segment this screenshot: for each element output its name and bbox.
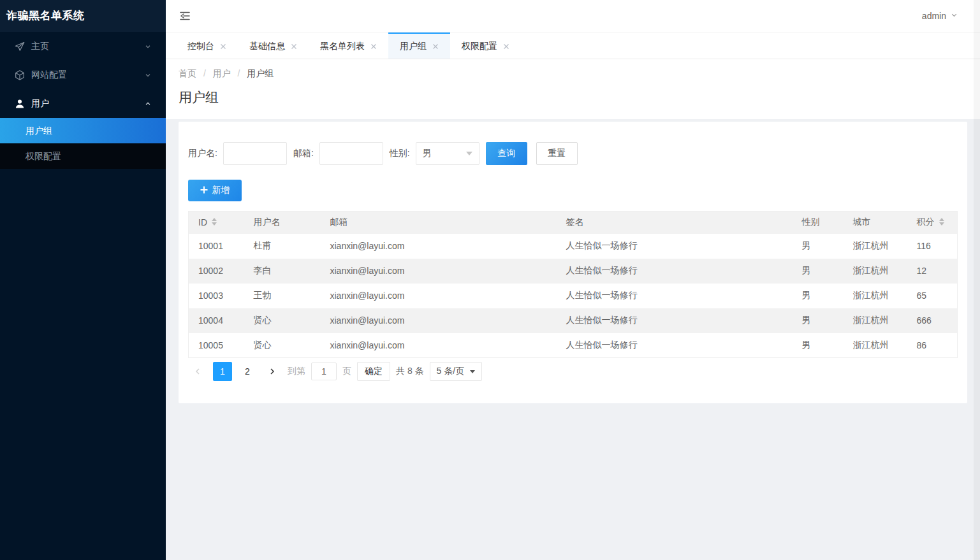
prev-page-icon[interactable] xyxy=(188,362,207,381)
cell-gender: 男 xyxy=(793,284,844,308)
page-header: 首页 / 用户 / 用户组 用户组 xyxy=(166,59,980,119)
content-area: 用户名: 邮箱: 性别: 男 查询 重置 xyxy=(166,119,980,560)
confirm-button[interactable]: 确定 xyxy=(357,362,390,381)
sidebar-item-permission-config[interactable]: 权限配置 xyxy=(0,143,166,169)
sidebar-item-user-group[interactable]: 用户组 xyxy=(0,118,166,143)
page-button-2[interactable]: 2 xyxy=(238,362,257,381)
goto-label: 到第 xyxy=(288,366,305,377)
sidebar-item-home[interactable]: 主页 xyxy=(0,32,166,61)
cell-username: 杜甫 xyxy=(244,234,321,259)
cube-icon xyxy=(14,69,26,81)
email-label: 邮箱: xyxy=(293,148,314,159)
cell-signature: 人生恰似一场修行 xyxy=(557,259,793,284)
column-header-id[interactable]: ID xyxy=(189,212,244,234)
collapse-menu-icon[interactable] xyxy=(179,10,191,22)
sidebar-item-users[interactable]: 用户 xyxy=(0,89,166,118)
username-label: 用户名: xyxy=(188,148,217,159)
cell-gender: 男 xyxy=(793,259,844,284)
tab-permission-config[interactable]: 权限配置 xyxy=(450,32,521,59)
page-unit-label: 页 xyxy=(342,366,351,377)
tab-label: 权限配置 xyxy=(462,41,497,52)
total-count: 共 8 条 xyxy=(396,366,424,377)
cell-username: 李白 xyxy=(244,259,321,284)
cell-gender: 男 xyxy=(793,333,844,358)
reset-button[interactable]: 重置 xyxy=(536,142,578,165)
cell-email: xianxin@layui.com xyxy=(321,259,557,284)
next-page-icon[interactable] xyxy=(263,362,282,381)
goto-page-input[interactable] xyxy=(311,363,337,380)
close-icon[interactable] xyxy=(220,43,226,50)
cell-id: 10003 xyxy=(189,284,244,308)
tab-label: 基础信息 xyxy=(249,41,285,52)
column-label: 积分 xyxy=(917,217,935,228)
sidebar-item-label: 用户 xyxy=(31,98,144,110)
column-header-city: 城市 xyxy=(844,212,907,234)
sort-icon[interactable] xyxy=(939,217,945,228)
caret-down-icon xyxy=(470,370,475,373)
add-button-label: 新增 xyxy=(212,185,230,196)
scrollbar-track[interactable] xyxy=(974,0,980,560)
cell-email: xianxin@layui.com xyxy=(321,234,557,259)
cell-email: xianxin@layui.com xyxy=(321,333,557,358)
app-root: 诈骗黑名单系统 主页 xyxy=(0,0,980,560)
close-icon[interactable] xyxy=(370,43,377,50)
chevron-down-icon xyxy=(144,71,152,79)
tab-label: 黑名单列表 xyxy=(320,41,365,52)
user-dropdown[interactable]: admin xyxy=(922,11,967,21)
cell-city: 浙江杭州 xyxy=(844,234,907,259)
sidebar-submenu-users: 用户组 权限配置 xyxy=(0,118,166,169)
cell-id: 10002 xyxy=(189,259,244,284)
cell-username: 贤心 xyxy=(244,308,321,333)
table-row: 10001 杜甫 xianxin@layui.com 人生恰似一场修行 男 浙江… xyxy=(189,234,958,259)
cell-gender: 男 xyxy=(793,308,844,333)
tab-blacklist[interactable]: 黑名单列表 xyxy=(309,32,388,59)
page-size-select[interactable]: 5 条/页 xyxy=(430,362,483,381)
email-input[interactable] xyxy=(319,142,383,165)
cell-points: 666 xyxy=(907,308,958,333)
page-button-1[interactable]: 1 xyxy=(213,362,232,381)
chevron-up-icon xyxy=(144,100,152,108)
cell-username: 王勃 xyxy=(244,284,321,308)
sidebar-item-site-config[interactable]: 网站配置 xyxy=(0,61,166,89)
cell-points: 12 xyxy=(907,259,958,284)
column-header-signature: 签名 xyxy=(557,212,793,234)
gender-select[interactable]: 男 xyxy=(416,142,479,165)
tab-bar: 控制台 基础信息 黑名单列表 用户组 xyxy=(166,32,980,59)
cell-signature: 人生恰似一场修行 xyxy=(557,234,793,259)
column-header-points[interactable]: 积分 xyxy=(907,212,958,234)
column-header-email: 邮箱 xyxy=(321,212,557,234)
table-row: 10003 王勃 xianxin@layui.com 人生恰似一场修行 男 浙江… xyxy=(189,284,958,308)
close-icon[interactable] xyxy=(503,43,509,50)
column-header-username: 用户名 xyxy=(244,212,321,234)
username-input[interactable] xyxy=(223,142,287,165)
cell-city: 浙江杭州 xyxy=(844,259,907,284)
tab-basic-info[interactable]: 基础信息 xyxy=(238,32,309,59)
sidebar-item-label: 网站配置 xyxy=(31,69,144,81)
cell-username: 贤心 xyxy=(244,333,321,358)
cell-signature: 人生恰似一场修行 xyxy=(557,284,793,308)
search-form: 用户名: 邮箱: 性别: 男 查询 重置 xyxy=(188,142,958,165)
search-button[interactable]: 查询 xyxy=(486,142,527,165)
cell-id: 10004 xyxy=(189,308,244,333)
sort-icon[interactable] xyxy=(211,217,217,228)
cell-city: 浙江杭州 xyxy=(844,308,907,333)
breadcrumb-separator: / xyxy=(203,68,206,78)
close-icon[interactable] xyxy=(432,43,439,50)
breadcrumb-separator: / xyxy=(238,68,240,78)
user-icon xyxy=(14,98,26,110)
column-label: ID xyxy=(198,217,207,227)
sidebar-menu: 主页 网站配置 xyxy=(0,32,166,169)
column-header-gender: 性别 xyxy=(793,212,844,234)
tab-user-group[interactable]: 用户组 xyxy=(388,32,450,59)
page-title: 用户组 xyxy=(179,89,967,106)
breadcrumb: 首页 / 用户 / 用户组 xyxy=(179,68,967,80)
user-group-card: 用户名: 邮箱: 性别: 男 查询 重置 xyxy=(179,122,967,403)
breadcrumb-home[interactable]: 首页 xyxy=(179,68,196,78)
cell-signature: 人生恰似一场修行 xyxy=(557,308,793,333)
username: admin xyxy=(922,11,946,21)
chevron-down-icon xyxy=(144,43,152,50)
caret-down-icon xyxy=(466,152,472,155)
close-icon[interactable] xyxy=(291,43,297,50)
tab-console[interactable]: 控制台 xyxy=(176,32,238,59)
add-button[interactable]: 新增 xyxy=(188,180,242,201)
